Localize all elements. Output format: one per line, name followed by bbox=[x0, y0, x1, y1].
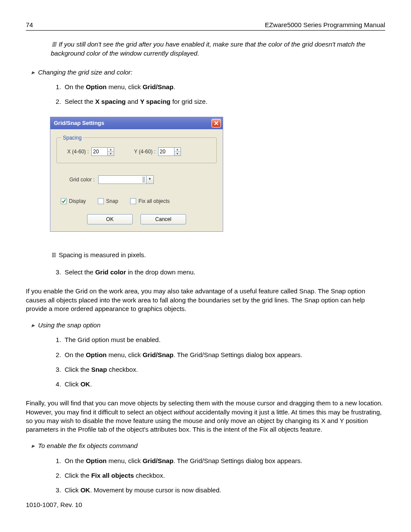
step-3: Select the Grid color in the drop down m… bbox=[63, 268, 385, 277]
y-spacing-input[interactable] bbox=[158, 147, 174, 156]
paragraph-snap: If you enable the Grid on the work area,… bbox=[26, 287, 385, 313]
chevron-down-icon[interactable]: ▼ bbox=[146, 176, 153, 184]
footer-revision: 1010-1007, Rev. 10 bbox=[26, 501, 385, 509]
x-spacing-label: X (4-60) : bbox=[67, 148, 89, 155]
fixall-label: Fix all objects bbox=[138, 198, 170, 205]
step-3: Click the Snap checkbox. bbox=[63, 365, 385, 374]
step-2: Click the Fix all objects checkbox. bbox=[63, 471, 385, 480]
step-1: On the Option menu, click Grid/Snap. bbox=[63, 83, 385, 91]
cancel-button[interactable]: Cancel bbox=[140, 214, 186, 224]
color-swatch bbox=[99, 176, 146, 184]
close-button[interactable] bbox=[212, 119, 221, 128]
spin-up-icon[interactable]: ▲ bbox=[108, 148, 114, 152]
step-2: On the Option menu, click Grid/Snap. The… bbox=[63, 351, 385, 359]
note-grid-color: 🗏 If you still don't see the grid after … bbox=[51, 40, 385, 58]
manual-title: EZware5000 Series Programming Manual bbox=[265, 21, 385, 29]
page-number: 74 bbox=[26, 21, 33, 29]
step-4: Click OK. bbox=[63, 380, 385, 389]
x-spacing-spinner[interactable]: ▲ ▼ bbox=[91, 147, 114, 156]
steps-snap: The Grid option must be enabled. On the … bbox=[51, 336, 385, 389]
task-heading-snap: ▸ Using the snap option bbox=[30, 321, 385, 330]
check-icon bbox=[62, 199, 66, 203]
spacing-group: Spacing X (4-60) : ▲ ▼ Y (4-60) : bbox=[56, 134, 217, 163]
arrow-icon: ▸ bbox=[30, 68, 36, 77]
dialog-title: Grid/Snap Settings bbox=[54, 119, 104, 127]
paragraph-fix-objects: Finally, you will find that you can move… bbox=[26, 399, 385, 434]
grid-color-label: Grid color : bbox=[69, 176, 95, 183]
step-1: The Grid option must be enabled. bbox=[63, 336, 385, 344]
spacing-legend: Spacing bbox=[61, 134, 83, 141]
step-1: On the Option menu, click Grid/Snap. The… bbox=[63, 457, 385, 465]
note-icon: 🗏 bbox=[51, 40, 57, 49]
page-header: 74 EZware5000 Series Programming Manual bbox=[26, 21, 385, 31]
steps-grid-size: On the Option menu, click Grid/Snap. Sel… bbox=[51, 83, 385, 106]
arrow-icon: ▸ bbox=[30, 442, 36, 450]
x-spacing-input[interactable] bbox=[91, 147, 108, 156]
note-icon: 🗏 bbox=[51, 251, 57, 259]
steps-grid-size-cont: Select the Grid color in the drop down m… bbox=[51, 268, 385, 277]
spin-down-icon[interactable]: ▼ bbox=[174, 152, 181, 156]
dialog-titlebar: Grid/Snap Settings bbox=[50, 117, 223, 129]
y-spacing-label: Y (4-60) : bbox=[134, 148, 156, 155]
snap-label: Snap bbox=[106, 198, 118, 205]
task-heading-grid-size: ▸ Changing the grid size and color: bbox=[30, 68, 385, 77]
step-2: Select the X spacing and Y spacing for g… bbox=[63, 97, 385, 106]
display-label: Display bbox=[69, 198, 86, 205]
step-3: Click OK. Movement by mouse cursor is no… bbox=[63, 486, 385, 495]
steps-fix: On the Option menu, click Grid/Snap. The… bbox=[51, 457, 385, 495]
display-checkbox[interactable] bbox=[61, 198, 67, 204]
grid-color-picker[interactable]: ▼ bbox=[98, 175, 154, 184]
task-heading-fix: ▸ To enable the fix objects command bbox=[30, 442, 385, 450]
y-spacing-spinner[interactable]: ▲ ▼ bbox=[158, 147, 181, 156]
spin-up-icon[interactable]: ▲ bbox=[174, 148, 181, 152]
close-icon bbox=[214, 121, 218, 125]
note-spacing-pixels: 🗏 Spacing is measured in pixels. bbox=[51, 251, 385, 259]
arrow-icon: ▸ bbox=[30, 321, 36, 330]
ok-button[interactable]: OK bbox=[87, 214, 133, 224]
snap-checkbox[interactable] bbox=[98, 198, 104, 204]
fixall-checkbox[interactable] bbox=[130, 198, 136, 204]
spin-down-icon[interactable]: ▼ bbox=[108, 152, 114, 156]
grid-snap-dialog: Grid/Snap Settings Spacing X (4-60) : ▲ … bbox=[50, 117, 223, 232]
